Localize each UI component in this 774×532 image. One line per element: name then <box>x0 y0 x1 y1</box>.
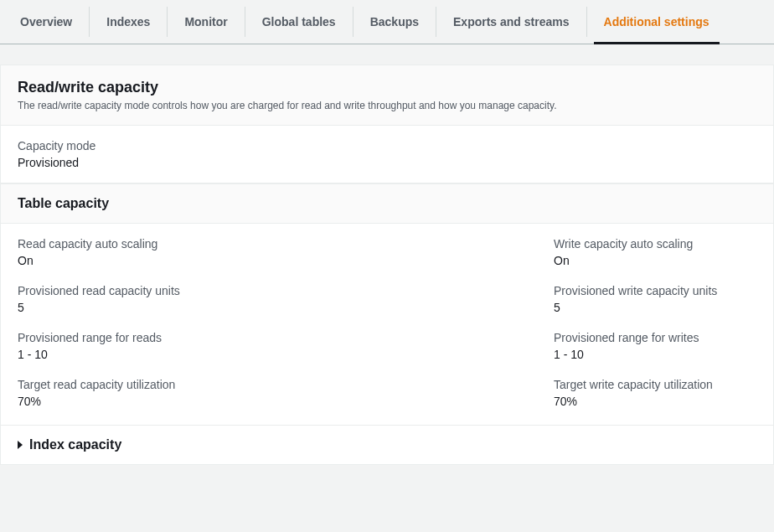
read-target-util-label: Target read capacity utilization <box>18 378 554 391</box>
read-auto-scaling-value: On <box>18 254 554 267</box>
read-provisioned-units-label: Provisioned read capacity units <box>18 284 554 297</box>
tab-backups[interactable]: Backups <box>353 7 436 37</box>
tab-global-tables[interactable]: Global tables <box>245 7 353 37</box>
tab-monitor[interactable]: Monitor <box>168 7 245 37</box>
write-provisioned-units-value: 5 <box>554 301 756 314</box>
table-capacity-details: Read capacity auto scaling On Provisione… <box>1 224 773 426</box>
panel-header: Read/write capacity The read/write capac… <box>1 65 773 126</box>
capacity-mode-label: Capacity mode <box>18 139 756 152</box>
read-capacity-column: Read capacity auto scaling On Provisione… <box>18 237 554 408</box>
read-range-label: Provisioned range for reads <box>18 331 554 344</box>
index-capacity-toggle[interactable]: Index capacity <box>1 426 773 464</box>
capacity-mode-value: Provisioned <box>18 156 756 169</box>
read-range-value: 1 - 10 <box>18 348 554 361</box>
write-auto-scaling-value: On <box>554 254 756 267</box>
read-target-util-value: 70% <box>18 395 554 408</box>
capacity-mode-section: Capacity mode Provisioned <box>1 126 773 183</box>
read-write-capacity-panel: Read/write capacity The read/write capac… <box>0 65 774 465</box>
write-provisioned-units-label: Provisioned write capacity units <box>554 284 756 297</box>
write-capacity-column: Write capacity auto scaling On Provision… <box>554 237 756 408</box>
read-auto-scaling-label: Read capacity auto scaling <box>18 237 554 251</box>
read-provisioned-units-value: 5 <box>18 301 554 314</box>
tab-exports-and-streams[interactable]: Exports and streams <box>436 7 587 37</box>
write-auto-scaling-label: Write capacity auto scaling <box>554 237 756 251</box>
write-range-label: Provisioned range for writes <box>554 331 756 344</box>
tab-indexes[interactable]: Indexes <box>90 7 168 37</box>
tab-bar: Overview Indexes Monitor Global tables B… <box>0 0 774 44</box>
tab-additional-settings[interactable]: Additional settings <box>587 7 726 37</box>
write-target-util-value: 70% <box>554 395 756 408</box>
caret-right-icon <box>18 441 23 449</box>
table-capacity-heading: Table capacity <box>1 183 773 224</box>
panel-title: Read/write capacity <box>18 79 756 96</box>
write-target-util-label: Target write capacity utilization <box>554 378 756 391</box>
panel-description: The read/write capacity mode controls ho… <box>18 100 756 111</box>
write-range-value: 1 - 10 <box>554 348 756 361</box>
index-capacity-heading: Index capacity <box>29 437 121 452</box>
tab-overview[interactable]: Overview <box>3 7 90 37</box>
